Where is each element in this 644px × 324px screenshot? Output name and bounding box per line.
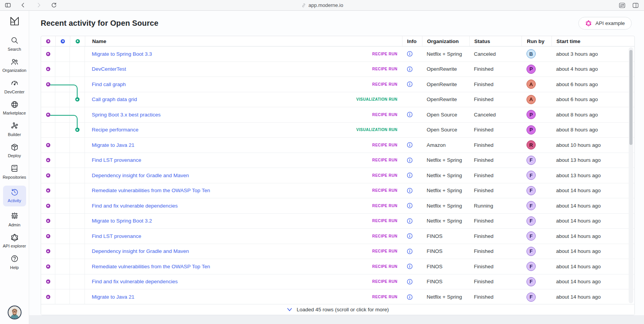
recipe-name-link[interactable]: Find and fix vulnerable dependencies [92,203,178,209]
info-icon[interactable] [407,188,413,194]
table-row[interactable]: Recipe performanceVISUALIZATION RUNOpen … [41,123,634,138]
table-row[interactable]: Migrate to Spring Boot 3.2RECIPE RUNNetf… [41,214,634,229]
recipe-name-link[interactable]: Find LST provenance [92,233,141,239]
recipe-name-link[interactable]: Migrate to Spring Boot 3.3 [92,51,152,57]
recipe-run-dot [46,158,50,162]
status-cell: Finished [469,138,521,153]
sidebar-item-repositories[interactable]: Repositories [2,164,28,180]
table-row[interactable]: Migrate to Java 21RECIPE RUNNetflix + Sp… [41,289,634,304]
info-icon[interactable] [407,66,413,72]
info-icon[interactable] [407,51,413,57]
search-icon [10,36,19,46]
visualization-dot-cell [70,259,85,274]
recipe-name-link[interactable]: DevCenterTest [92,66,126,72]
info-icon[interactable] [407,172,413,178]
sidebar-item-builder[interactable]: Builder [2,121,28,138]
table-row[interactable]: Migrate to Spring Boot 3.3RECIPE RUNNetf… [41,47,634,62]
info-icon[interactable] [407,279,413,285]
sidebar-item-activity[interactable]: Activity [3,186,26,207]
column-header-organization[interactable]: Organization [422,36,469,46]
column-header-run-by[interactable]: Run by [521,36,551,46]
back-icon[interactable] [19,2,27,9]
run-connector-line [48,85,78,100]
info-icon[interactable] [407,233,413,239]
name-cell: Remediate vulnerabilities from the OWASP… [85,259,402,274]
scrollbar-track[interactable] [629,47,633,303]
recipe-name-link[interactable]: Migrate to Java 21 [92,294,134,300]
recipe-name-link[interactable]: Find call graph [92,81,126,87]
visualization-run-dot [75,97,79,101]
moderne-logo-icon[interactable] [9,15,20,28]
table-row[interactable]: Find and fix vulnerable dependenciesRECI… [41,198,634,214]
info-icon[interactable] [407,157,413,163]
info-icon[interactable] [407,111,413,118]
sidebar-item-devcenter[interactable]: DevCenter [2,79,28,95]
forward-icon[interactable] [35,2,42,9]
recipe-name-link[interactable]: Remediate vulnerabilities from the OWASP… [92,188,210,193]
recipe-name-link[interactable]: Dependency insight for Gradle and Maven [92,173,189,178]
table-row[interactable]: Find LST provenanceRECIPE RUNNetflix + S… [41,153,634,168]
run-type-badge: RECIPE RUN [372,82,402,86]
graphql-icon [585,20,592,27]
load-more-bar[interactable]: Loaded 45 rows (scroll or click for more… [41,304,634,315]
column-header-status[interactable]: Status [469,36,521,46]
recipe-name-link[interactable]: Find and fix vulnerable dependencies [92,279,178,284]
table-row[interactable]: Find and fix vulnerable dependenciesRECI… [41,274,634,290]
table-row[interactable]: Dependency insight for Gradle and MavenR… [41,168,634,183]
run-type-badge: RECIPE RUN [372,234,402,238]
sidebar-item-search[interactable]: Search [2,36,28,52]
sidebar-item-deploy[interactable]: Deploy [2,143,28,159]
api-example-button[interactable]: API example [578,17,632,30]
table-row[interactable]: Dependency insight for Gradle and MavenR… [41,244,634,259]
visualization-run-filter-header[interactable] [70,36,85,46]
recipe-name-link[interactable]: Recipe performance [92,127,139,133]
sidebar-item-help[interactable]: Help [2,254,28,271]
recipe-name-link[interactable]: Dependency insight for Gradle and Maven [92,248,189,254]
split-view-icon[interactable] [632,2,639,9]
start-time-cell: about 14 hours ago [551,259,634,274]
recipe-name-link[interactable]: Find LST provenance [92,157,141,163]
info-icon[interactable] [407,248,413,254]
visualization-dot-cell [70,198,85,213]
column-header-name[interactable]: Name [85,36,402,46]
recipe-name-link[interactable]: Remediate vulnerabilities from the OWASP… [92,264,210,269]
table-row[interactable]: Call graph data gridVISUALIZATION RUNOpe… [41,92,634,108]
organization-cell: Netflix + Spring [422,198,469,213]
table-row[interactable]: Find LST provenanceRECIPE RUNFINOSFinish… [41,229,634,244]
column-header-start-time[interactable]: Start time [551,36,634,46]
info-icon[interactable] [407,142,413,148]
sidebar-item-api-explorer[interactable]: API explorer [2,233,28,249]
sidebar-item-admin[interactable]: Admin [2,212,28,228]
recipe-name-link[interactable]: Migrate to Java 21 [92,142,134,148]
recipe-name-link[interactable]: Migrate to Spring Boot 3.2 [92,218,152,224]
info-icon[interactable] [407,81,413,87]
scrollbar-thumb[interactable] [629,50,632,145]
sidebar-item-label: Help [10,265,19,271]
table-row[interactable]: Migrate to Java 21RECIPE RUNAmazonFinish… [41,138,634,153]
reload-icon[interactable] [50,2,58,9]
sidebar-item-marketplace[interactable]: Marketplace [2,100,28,116]
info-icon[interactable] [407,203,413,209]
table-row[interactable]: Spring Boot 3.x best practicesRECIPE RUN… [41,107,634,123]
page-settings-icon[interactable] [618,2,626,9]
info-icon[interactable] [407,218,413,224]
table-row[interactable]: Find call graphRECIPE RUNOpenRewriteFini… [41,77,634,92]
recipe-name-link[interactable]: Call graph data grid [92,96,137,102]
table-row[interactable]: Remediate vulnerabilities from the OWASP… [41,259,634,274]
organization-cell: Netflix + Spring [422,214,469,229]
sidebar-item-organization[interactable]: Organization [2,58,28,74]
recipe-name-link[interactable]: Spring Boot 3.x best practices [92,112,161,118]
blue-run-filter-header[interactable] [55,36,70,46]
recipe-run-filter-header[interactable] [41,36,55,46]
info-icon[interactable] [407,263,413,269]
column-header-info[interactable]: Info [402,36,422,46]
page-title: Recent activity for Open Source [41,19,159,28]
status-cell: Finished [469,214,521,229]
run-type-badge: RECIPE RUN [372,264,402,269]
sidebar-toggle-icon[interactable] [4,2,12,9]
table-row[interactable]: DevCenterTestRECIPE RUNOpenRewriteFinish… [41,62,634,77]
info-icon[interactable] [407,294,413,300]
url-bar[interactable]: app.moderne.io [301,0,343,10]
user-avatar[interactable] [8,306,22,319]
table-row[interactable]: Remediate vulnerabilities from the OWASP… [41,183,634,199]
